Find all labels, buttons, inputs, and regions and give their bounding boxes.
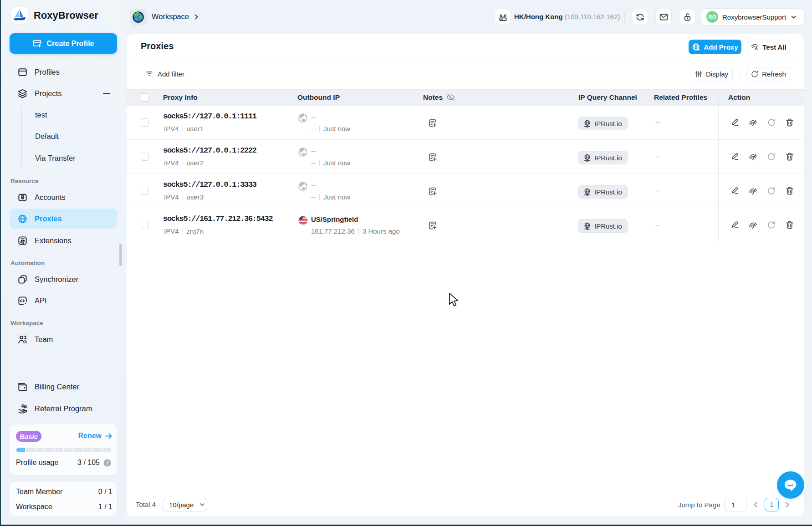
- svg-text:i: i: [107, 460, 108, 465]
